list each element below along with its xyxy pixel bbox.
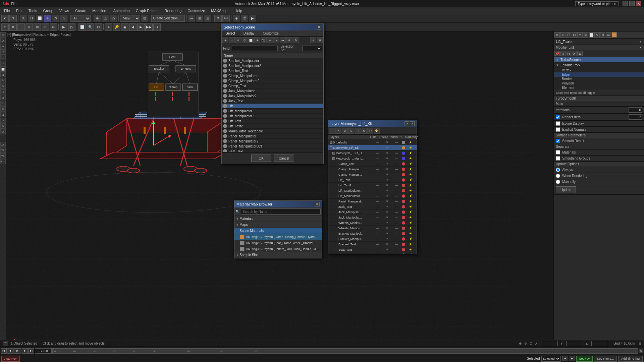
key-next-btn[interactable]: ▶ [569,356,575,361]
menu-file[interactable]: File [1,8,13,13]
sfs-tb-freeze[interactable]: ❄ [286,37,292,43]
modifier-sub-vertex[interactable]: Vertex [554,68,644,72]
sfs-list-item[interactable]: Clamp_Manipulator [222,73,323,78]
undo-button[interactable]: ↶ [1,15,9,22]
menu-help[interactable]: Help [232,8,245,13]
mb-scene-item-1[interactable]: Housing1 (VRayMtl) [Clamp, Clamp_Handle,… [234,234,322,240]
ld-cur-btn[interactable]: ⊕ [342,128,348,134]
modifier-turbosm[interactable]: ▼ TurboSmooth [554,57,644,63]
pin-stack[interactable]: 📌 [554,51,560,56]
tb2-btn1[interactable]: ⊙ [1,23,9,31]
maximize-button[interactable]: □ [629,1,635,6]
rp-btn9[interactable]: ⊕ [600,32,605,38]
when-rendering-radio[interactable] [556,174,560,178]
sfs-tb-helper[interactable]: ⊹ [267,37,273,43]
menu-rendering[interactable]: Rendering [162,8,184,13]
left-icon-15[interactable]: ⊞ [0,112,6,117]
sfs-list-item[interactable]: Jack_Manipulator [222,88,323,94]
mb-materials-section[interactable]: + Materials [234,216,322,222]
modifier-sub-edge[interactable]: Edge [554,72,644,77]
sfs-cancel-button[interactable]: Cancel [274,155,294,162]
mb-close-btn[interactable]: ✕ [315,202,320,206]
rp-btn2[interactable]: ≡ [560,32,566,38]
material-editor[interactable]: ◈ [233,15,240,22]
go-end-btn[interactable]: ▶| [28,348,34,354]
next-frame[interactable]: ▶▶ [145,23,153,31]
left-icon-14[interactable]: ✕ [0,106,6,112]
sep-smoothing-check[interactable] [556,156,560,161]
add-time-tag-button[interactable]: Add Time Tag [618,356,643,362]
modifier-sub-border[interactable]: Border [554,77,644,81]
rp-btn7[interactable]: ⬜ [589,32,594,38]
ld-exp-btn[interactable]: ⬡ [367,128,373,134]
set-key-button[interactable]: Set Key [576,356,593,362]
render-region[interactable]: ⬜ [78,23,86,31]
key-filters-button[interactable]: Key Filters... [594,356,617,362]
tb2-btn3[interactable]: + [17,23,25,31]
close-button[interactable]: ✕ [636,1,641,6]
ld-list-item[interactable]: Wheels_Manipu...—✳—⚡ [328,220,417,226]
menu-animation[interactable]: Animation [111,8,132,13]
prev-frame-btn[interactable]: ◀ [7,348,13,354]
ld-list-item[interactable]: Lift_Text2—✳—⚡ [328,183,417,188]
sfs-find-input[interactable] [232,46,278,51]
isoline-check[interactable] [556,121,560,126]
sfs-list-item[interactable]: Jack_Manipulator2 [222,94,323,99]
rp-btn1[interactable]: ⊕ [554,32,560,38]
sfs-tb-light[interactable]: ☀ [254,37,260,43]
layers-close-btn[interactable]: ✕ [410,121,415,126]
left-icon-17[interactable]: ⊛ [0,123,6,129]
rp-btn8[interactable]: ✎ [594,32,600,38]
x-coord-input[interactable] [541,341,558,346]
ld-move-btn[interactable]: ⇥ [355,128,361,134]
sfs-tb-mesh[interactable]: ⬡ [241,37,248,43]
last-frame[interactable]: ⇥ [153,23,161,31]
sfs-list-item[interactable]: Lift_Manipulator [222,109,323,114]
select-region-button[interactable]: ⬜ [36,15,43,22]
menu-edit[interactable]: Edit [13,8,25,13]
show-end-result[interactable]: ⊕ [560,51,566,56]
auto-key-button[interactable]: Auto Key [1,356,20,362]
render-button[interactable]: ▶ [249,15,256,22]
menu-graph-editors[interactable]: Graph Editors [133,8,161,13]
left-icon-10[interactable]: ⊕ [0,83,6,89]
sfs-tb-spacewarp[interactable]: ∿ [273,37,279,43]
left-icon-4[interactable]: ⬡ [0,49,6,55]
redo-button[interactable]: ↷ [9,15,17,22]
menu-customize[interactable]: Customize [185,8,208,13]
rp-btn3[interactable]: ☐ [566,32,571,38]
ld-list-item[interactable]: Jack_Manipulat...—✳—⚡ [328,215,417,220]
sfs-tb-none[interactable]: ○ [229,37,235,43]
use-pivot[interactable]: ⊡ [141,15,148,22]
timeline-scrubber[interactable]: 0 10 20 30 40 50 70 85 100 [52,348,638,354]
left-icon-6[interactable]: ○ [0,61,6,66]
ld-list-item[interactable]: Motorcycle_...Mani...—✳—⚡ [328,156,417,161]
open-minimap-btn[interactable]: ⊕ [639,349,643,353]
ld-list-item[interactable]: Bracket_Manipul...—✳—⚡ [328,236,417,242]
sfs-list-item[interactable]: Panel_Manipulator2 [222,139,323,144]
play-forward[interactable]: ▶ [60,23,67,31]
welcome-icon[interactable]: ☰ [3,341,8,346]
prev-frame[interactable]: ◀ [129,23,137,31]
sfs-list-item[interactable]: Bracket_Manipulator2 [222,63,323,68]
sfs-tb-shape[interactable]: ⬜ [248,37,254,43]
mb-sample-slots-section[interactable]: + Sample Slots [234,252,322,258]
render-blowup[interactable]: 🔍 [87,23,94,31]
sfs-tab-display[interactable]: Display [239,31,259,36]
key-mode[interactable]: ⊳ [105,23,112,31]
ld-list-item[interactable]: Motorcycle_...Kit_H...—✳—⚡ [328,150,417,156]
named-selection[interactable] [151,15,185,22]
time-display[interactable]: 0 / 100 [35,348,52,354]
sfs-list-item[interactable]: Seat_Text [222,149,323,152]
sfs-list-item[interactable]: Lift_Text [222,119,323,124]
ld-list-item[interactable]: Wheels_Manipu...—✳—⚡ [328,226,417,231]
selected-dropdown[interactable]: Selected [541,356,561,362]
ld-list-item[interactable]: Motorcycle_Lift_Kit—✳—⚡ [328,145,417,150]
render-iters-check[interactable] [556,115,560,119]
layers-help-btn[interactable]: ? [405,121,409,126]
ld-list-item[interactable]: Panel_Manipulat...—✳—⚡ [328,199,417,204]
xz-btn[interactable]: XZ [0,147,6,153]
sfs-ok-button[interactable]: OK [251,155,271,162]
layer-manager[interactable]: ☰ [204,15,211,22]
left-icon-2[interactable]: ⊙ [0,38,6,43]
